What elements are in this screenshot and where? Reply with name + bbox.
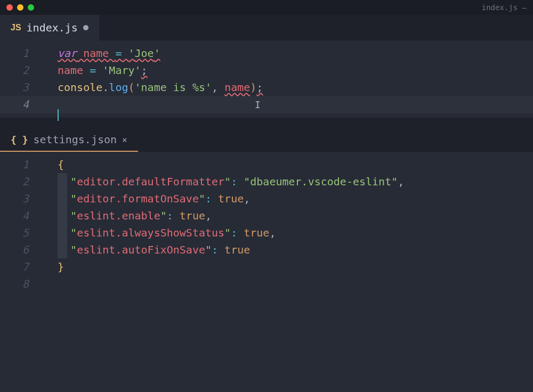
indent-guide bbox=[58, 173, 67, 190]
line-content[interactable]: "eslint.enable": true, bbox=[45, 207, 212, 224]
close-icon[interactable]: × bbox=[122, 135, 127, 145]
code-line[interactable]: 3 "editor.formatOnSave": true, bbox=[0, 190, 533, 207]
code-line[interactable]: 8 bbox=[0, 275, 533, 292]
line-number: 2 bbox=[2, 173, 45, 190]
modified-indicator-icon bbox=[83, 25, 88, 30]
indent-guide bbox=[58, 241, 67, 258]
editor-pane-top: JS index.js 1 var name = 'Joe' 2 name = … bbox=[0, 15, 533, 118]
code-line[interactable]: 2 name = 'Mary'; bbox=[0, 62, 533, 79]
line-content[interactable]: console.log('name is %s', name); bbox=[45, 79, 263, 96]
window-title: index.js — bbox=[482, 3, 527, 12]
line-content[interactable]: "editor.formatOnSave": true, bbox=[45, 190, 250, 207]
window-minimize-button[interactable] bbox=[17, 4, 23, 11]
editor-pane-bottom: { } settings.json × 1 { 2 "editor.defaul… bbox=[0, 128, 533, 392]
tab-bar-bottom: { } settings.json × bbox=[0, 128, 533, 152]
line-content[interactable]: { bbox=[45, 156, 64, 173]
line-content[interactable]: I bbox=[45, 96, 261, 113]
code-line[interactable]: 3 console.log('name is %s', name); bbox=[0, 79, 533, 96]
tab-label: index.js bbox=[27, 21, 78, 34]
ibeam-cursor-icon: I bbox=[255, 99, 261, 110]
title-bar: index.js — bbox=[0, 0, 533, 15]
js-file-icon: JS bbox=[11, 23, 21, 32]
tab-label: settings.json bbox=[34, 133, 117, 146]
editor-split-divider[interactable] bbox=[0, 118, 533, 128]
line-number: 4 bbox=[2, 207, 45, 224]
window-close-button[interactable] bbox=[6, 4, 13, 11]
line-number: 2 bbox=[2, 62, 45, 79]
json-file-icon: { } bbox=[11, 134, 28, 145]
indent-guide bbox=[58, 224, 67, 241]
code-line-current[interactable]: 4 I bbox=[0, 96, 533, 113]
code-line[interactable]: 2 "editor.defaultFormatter": "dbaeumer.v… bbox=[0, 173, 533, 190]
code-editor-bottom[interactable]: 1 { 2 "editor.defaultFormatter": "dbaeum… bbox=[0, 152, 533, 392]
line-content[interactable]: "eslint.alwaysShowStatus": true, bbox=[45, 224, 276, 241]
indent-guide bbox=[58, 207, 67, 224]
line-number: 3 bbox=[2, 190, 45, 207]
code-line[interactable]: 4 "eslint.enable": true, bbox=[0, 207, 533, 224]
code-line[interactable]: 1 var name = 'Joe' bbox=[0, 45, 533, 62]
line-content[interactable]: } bbox=[45, 258, 64, 275]
window-maximize-button[interactable] bbox=[28, 4, 34, 11]
tab-settings-json[interactable]: { } settings.json × bbox=[0, 128, 138, 152]
window-controls bbox=[6, 4, 34, 11]
line-number: 7 bbox=[2, 258, 45, 275]
line-number: 1 bbox=[2, 156, 45, 173]
line-number: 3 bbox=[2, 79, 45, 96]
line-number: 5 bbox=[2, 224, 45, 241]
line-content[interactable]: name = 'Mary'; bbox=[45, 62, 148, 79]
line-number: 1 bbox=[2, 45, 45, 62]
code-editor-top[interactable]: 1 var name = 'Joe' 2 name = 'Mary'; 3 co… bbox=[0, 40, 533, 118]
code-line[interactable]: 7 } bbox=[0, 258, 533, 275]
code-line[interactable]: 1 { bbox=[0, 156, 533, 173]
code-line[interactable]: 5 "eslint.alwaysShowStatus": true, bbox=[0, 224, 533, 241]
line-number: 6 bbox=[2, 241, 45, 258]
indent-guide bbox=[58, 190, 67, 207]
tab-bar-top: JS index.js bbox=[0, 15, 533, 40]
line-content[interactable]: "eslint.autoFixOnSave": true bbox=[45, 241, 250, 258]
line-number: 4 bbox=[2, 96, 45, 113]
line-content[interactable]: "editor.defaultFormatter": "dbaeumer.vsc… bbox=[45, 173, 404, 190]
line-number: 8 bbox=[2, 275, 45, 292]
tab-index-js[interactable]: JS index.js bbox=[0, 15, 99, 40]
line-content[interactable]: var name = 'Joe' bbox=[45, 45, 160, 62]
code-line[interactable]: 6 "eslint.autoFixOnSave": true bbox=[0, 241, 533, 258]
